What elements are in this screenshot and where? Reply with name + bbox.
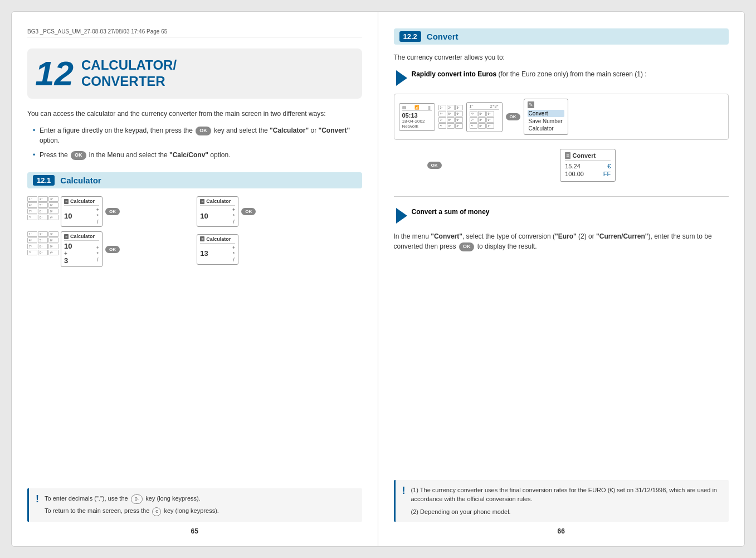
bullet-list: Enter a figure directly on the keypad, t…	[27, 125, 362, 164]
ok-btn-result[interactable]: OK	[427, 162, 442, 169]
menu-item-save-number[interactable]: Save Number	[528, 118, 564, 125]
calc-ops-2: +*/	[232, 207, 235, 225]
left-page-number: 65	[27, 527, 362, 535]
key-5mno: 5⁺	[38, 202, 48, 208]
note-line-2: To return to the main screen, press the …	[45, 506, 219, 516]
section-12-1-title: Calculator	[60, 176, 101, 185]
right-page-number: 66	[394, 527, 729, 535]
highlight-2-text: Convert a sum of money	[412, 207, 490, 217]
calc-display-content-4: 13 +*/	[200, 245, 235, 263]
ok-btn-inline-3: OK	[459, 242, 475, 251]
section-12-2-heading: 12.2 Convert	[394, 28, 729, 45]
key-star: *⁰	[27, 215, 37, 220]
right-page: 12.2 Convert The currency converter allo…	[378, 11, 745, 547]
highlight-1-bold: Rapidly convert into Euros	[412, 70, 497, 78]
calc-ops-3: +*/	[96, 245, 99, 263]
calc-title-2: ≡ Calculator	[200, 198, 235, 206]
calc-title-3: ≡ Calculator	[64, 234, 99, 241]
ok-btn-inline-1: OK	[196, 127, 211, 135]
ok-btn-inline-2: OK	[71, 151, 86, 160]
bullet-item-2: Press the OK in the Menu and select the …	[33, 150, 362, 160]
chapter-title-line2: CONVERTER	[81, 74, 177, 90]
key-4jkl: 4⁺	[27, 202, 37, 208]
left-intro-text: You can access the calculator and the cu…	[27, 109, 362, 119]
menu-item-calculator[interactable]: Calculator	[528, 125, 564, 132]
calc-screen-wrapper-3: 1⁻ 2⁺ 3⁺ 4⁺ 5⁺ 6⁺ 7⁵ 8⁺ 9⁺ *⁰ 0⁺ #⁺	[27, 231, 192, 267]
key-8tuv: 8⁺	[38, 208, 48, 214]
left-page: BG3 _PCS_AUS_UM_27-08-03 27/08/03 17:46 …	[11, 11, 378, 547]
convert-menu-popup: ✎ Convert Save Number Calculator	[524, 99, 568, 135]
phone-network: Network	[402, 124, 432, 129]
note-text-left: To enter decimals ("."), use the 0· key …	[45, 494, 219, 516]
note-box-right: ! (1) The currency converter uses the fi…	[394, 480, 729, 522]
note-icon-right: !	[402, 486, 406, 517]
calc-phone-1: 1⁻ 2⁺ 3⁺ 4⁺ 5⁺ 6⁺ 7⁵ 8⁺ 9⁺ *⁰ 0⁺	[27, 196, 103, 227]
key-6pqr: 6⁺	[48, 202, 58, 208]
blue-triangle-2	[396, 208, 407, 224]
highlight-1-text: Rapidly convert into Euros (for the Euro…	[412, 69, 647, 79]
calc-display-3: ≡ Calculator 10 + 3 +*/	[61, 231, 103, 267]
calc-display-1: ≡ Calculator 10 +*/	[61, 196, 103, 227]
calc-title-4: ≡ Calculator	[200, 236, 235, 244]
right-intro-text: The currency converter allows you to:	[394, 52, 729, 62]
convert-row-1: 15.24 €	[565, 163, 611, 169]
key-3ghi: 3⁺	[48, 196, 58, 202]
calc-screen-wrapper-1: 1⁻ 2⁺ 3⁺ 4⁺ 5⁺ 6⁺ 7⁵ 8⁺ 9⁺ *⁰ 0⁺	[27, 196, 192, 227]
idle-top-bar: ▤ 📶 |||	[402, 105, 432, 111]
note-icon-left: !	[36, 494, 39, 516]
chapter-title-line1: CALCULATOR/	[81, 57, 177, 74]
chapter-heading: 12 CALCULATOR/ CONVERTER	[27, 48, 362, 99]
calc-display-4: ≡ Calculator 13 +*/	[197, 234, 238, 265]
number-entry-screen: 1⁻2⁺3⁺ 4⁺ 5⁺ 6⁺ 7⁵ 8⁺ 9⁺ *⁰ 0⁺ #⁺	[466, 102, 503, 132]
key-7s: 7⁵	[27, 208, 37, 214]
calc-display-content-2: 10 +*/	[200, 207, 235, 225]
key-hash: #⁺	[48, 215, 58, 220]
menu-item-convert[interactable]: Convert	[528, 110, 564, 117]
blue-triangle-1	[396, 70, 407, 86]
section-12-1-number: 12.1	[33, 175, 55, 186]
ok-btn-screen3[interactable]: OK	[105, 246, 120, 253]
calc-display-2: ≡ Calculator 10 +*/	[197, 196, 238, 227]
note-line-1: To enter decimals ("."), use the 0· key …	[45, 494, 219, 504]
calc-ops-1: +*/	[96, 207, 99, 225]
convert-result-screen: ≡ Convert 15.24 € 100.00 FF	[560, 149, 616, 182]
phone-screens-convert-row: ▤ 📶 ||| 05:13 18-04-2002 Network 1⁻ 2⁺ 3…	[394, 94, 729, 140]
note-text-right: (1) The currency converter uses the fina…	[411, 486, 723, 517]
calc-screen-wrapper-2: ≡ Calculator 10 +*/ OK	[197, 196, 362, 227]
section-12-2-title: Convert	[427, 32, 459, 41]
entry-keypad: 4⁺ 5⁺ 6⁺ 7⁵ 8⁺ 9⁺ *⁰ 0⁺ #⁺	[470, 111, 499, 129]
keypad-mini: 1⁻ 2⁺ 3⁺ 4⁺ 5⁺ 6⁺ 7⁵ 8⁺ 9⁺ *⁰ 0⁺ #⁺	[438, 105, 463, 129]
ok-btn-screen1[interactable]: OK	[105, 208, 120, 215]
note-right-2: (2) Depending on your phone model.	[411, 507, 723, 517]
convert-result-row: OK ≡ Convert 15.24 € 100.00 FF	[394, 149, 729, 182]
ok-btn-screen2[interactable]: OK	[241, 208, 256, 215]
menu-icon-row: ✎	[528, 101, 564, 108]
phone-time: 05:13	[402, 112, 432, 119]
decimal-key: 0·	[131, 494, 143, 504]
entry-top-bar: 1⁻2⁺3⁺	[470, 104, 499, 110]
highlight-2: Convert a sum of money	[394, 207, 729, 224]
key-1abc: 1⁻	[27, 196, 37, 202]
calc-ops-4: +*/	[232, 245, 235, 263]
c-key: c	[152, 507, 161, 516]
chapter-number: 12	[35, 56, 74, 91]
calc-screen-wrapper-4: ≡ Calculator 13 +*/	[197, 231, 362, 267]
section-12-1-heading: 12.1 Calculator	[27, 172, 362, 188]
phone-idle-screen: ▤ 📶 ||| 05:13 18-04-2002 Network	[399, 103, 435, 131]
ok-btn-convert-flow[interactable]: OK	[506, 113, 520, 120]
convert-result-header: ≡ Convert	[565, 152, 611, 161]
convert-sum-body: In the menu "Convert", select the type o…	[394, 231, 729, 251]
note-box-left: ! To enter decimals ("."), use the 0· ke…	[27, 488, 362, 522]
calculator-screens: 1⁻ 2⁺ 3⁺ 4⁺ 5⁺ 6⁺ 7⁵ 8⁺ 9⁺ *⁰ 0⁺	[27, 196, 362, 267]
calc-display-content-3: 10 + 3 +*/	[64, 242, 99, 265]
section-12-2-number: 12.2	[399, 31, 421, 42]
convert-row-2: 100.00 FF	[565, 171, 611, 177]
calc-title-1: ≡ Calculator	[64, 198, 99, 206]
left-page-header: BG3 _PCS_AUS_UM_27-08-03 27/08/03 17:46 …	[27, 28, 362, 37]
calc-display-content-1: 10 +*/	[64, 207, 99, 225]
phone-date: 18-04-2002	[402, 119, 432, 124]
key-0: 0⁺	[38, 215, 48, 220]
key-9wxyz: 9⁺	[48, 208, 58, 214]
calc-phone-3-left: 1⁻ 2⁺ 3⁺ 4⁺ 5⁺ 6⁺ 7⁵ 8⁺ 9⁺ *⁰ 0⁺ #⁺	[27, 231, 103, 267]
section-divider	[394, 196, 729, 197]
